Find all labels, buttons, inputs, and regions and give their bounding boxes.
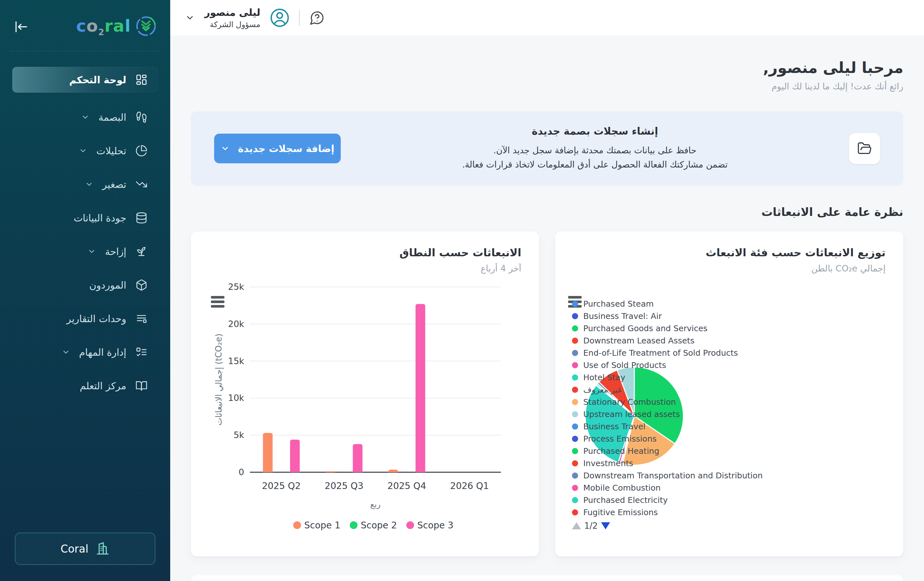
- legend-pagination: 1/2: [572, 521, 766, 531]
- legend-item[interactable]: Fugitive Emissions: [572, 506, 766, 518]
- sidebar-item-label: تصغير: [102, 179, 126, 190]
- legend-item[interactable]: Use of Sold Products: [572, 359, 766, 371]
- content-area: مرحبا ليلى منصور, رائع أنك عدت! إليك ما …: [170, 36, 924, 581]
- sidebar-item-task-management[interactable]: إدارة المهام: [12, 335, 158, 369]
- bar-chart-subtitle: آخر 4 أرباع: [209, 263, 521, 273]
- svg-text:2026 Q1: 2026 Q1: [450, 481, 489, 491]
- banner-line-1: حافظ على بيانات بصمتك محدثة بإضافة سجل ج…: [360, 143, 830, 158]
- legend-dot: [572, 448, 578, 454]
- sidebar-collapse-icon[interactable]: [13, 19, 28, 34]
- sprout-icon: [135, 245, 148, 258]
- legend-label: Business Travel: [583, 422, 645, 431]
- sidebar-item-suppliers[interactable]: الموردون: [12, 268, 158, 302]
- avatar[interactable]: [270, 8, 289, 28]
- svg-text:0: 0: [239, 467, 244, 477]
- legend-item[interactable]: غير معروف: [572, 383, 766, 396]
- legend-prev-icon[interactable]: [572, 522, 581, 529]
- sidebar-item-label: جودة البيانات: [74, 212, 126, 224]
- help-icon[interactable]: [309, 10, 325, 25]
- banner-texts: إنشاء سجلات بصمة جديدة حافظ على بيانات ب…: [341, 125, 849, 172]
- sidebar-item-label: وحدات التقارير: [66, 313, 126, 324]
- trend-down-icon: [135, 178, 148, 191]
- charts-row: توزيع الانبعاثات حسب فئة الانبعاث إجمالي…: [191, 231, 903, 556]
- legend-item[interactable]: Downstream Leased Assets: [572, 334, 766, 347]
- legend-dot: [572, 350, 578, 356]
- main-column: ليلى منصور مسؤول الشركة مرحبا ليلى منصور…: [170, 0, 924, 581]
- svg-text:2025 Q4: 2025 Q4: [388, 481, 426, 491]
- tasks-icon: [135, 346, 148, 358]
- topbar-right-cluster: ليلى منصور مسؤول الشركة: [185, 7, 325, 29]
- svg-text:Scope 1: Scope 1: [304, 520, 340, 531]
- legend-label: Stationary Combustion: [583, 397, 676, 407]
- legend-label: Purchased Steam: [583, 299, 654, 309]
- pie-chart-title: توزيع الانبعاثات حسب فئة الانبعاث: [573, 246, 886, 259]
- legend-item[interactable]: Purchased Goods and Services: [572, 322, 766, 334]
- report-icon: [135, 313, 148, 325]
- legend-label: Downstream Transportation and Distributi…: [583, 471, 763, 480]
- chart-context-menu-icon[interactable]: [211, 296, 224, 308]
- sidebar-item-learning-center[interactable]: مركز التعلم: [12, 369, 158, 403]
- legend-item[interactable]: Purchased Heating: [572, 445, 766, 457]
- legend-dot: [572, 337, 578, 344]
- sidebar-item-dashboard[interactable]: لوحة التحكم: [12, 67, 158, 93]
- add-records-button[interactable]: إضافة سجلات جديدة: [214, 133, 341, 163]
- legend-label: Downstream Leased Assets: [583, 336, 695, 346]
- topbar: ليلى منصور مسؤول الشركة: [170, 0, 924, 36]
- svg-text:إجمالي الانبعاثات (tCO₂e): إجمالي الانبعاثات (tCO₂e): [214, 333, 224, 425]
- sidebar-divider: [10, 51, 160, 51]
- pie-chart-subtitle: إجمالي CO₂e بالطن: [573, 263, 886, 273]
- legend-label: Purchased Heating: [583, 446, 659, 456]
- legend-label: Upstream leased assets: [583, 410, 680, 419]
- sidebar-item-analytics[interactable]: تحليلات: [12, 134, 158, 168]
- legend-label: Investments: [583, 459, 634, 468]
- app-root: co2ral لوحة التحكمالبصمةتحليلاتتصغيرجودة…: [0, 0, 924, 581]
- sidebar-nav: لوحة التحكمالبصمةتحليلاتتصغيرجودة البيان…: [0, 67, 170, 403]
- legend-item[interactable]: Hotel Stay: [572, 371, 766, 383]
- legend-label: Fugitive Emissions: [583, 508, 658, 517]
- organization-card[interactable]: Coral: [15, 533, 155, 565]
- legend-dot: [572, 436, 578, 442]
- legend-dot: [572, 411, 578, 417]
- user-name: ليلى منصور: [205, 7, 260, 18]
- book-icon: [135, 380, 148, 392]
- legend-item[interactable]: Downstream Transportation and Distributi…: [572, 469, 766, 482]
- legend-item[interactable]: Purchased Electricity: [572, 494, 766, 506]
- legend-item[interactable]: Purchased Steam: [572, 298, 766, 310]
- legend-dot: [572, 374, 578, 380]
- legend-item[interactable]: Business Travel: [572, 420, 766, 433]
- sidebar-item-data-quality[interactable]: جودة البيانات: [12, 201, 158, 235]
- legend-label: Use of Sold Products: [583, 360, 666, 370]
- bar-chart-card: الانبعاثات حسب النطاق آخر 4 أرباع 05k10k…: [191, 231, 539, 556]
- chevron-down-icon[interactable]: [185, 13, 195, 23]
- legend-dot: [572, 509, 578, 515]
- legend-item[interactable]: End-of-Life Treatment of Sold Products: [572, 347, 766, 359]
- banner-line-2: تضمن مشاركتك الفعالة الحصول على أدق المع…: [360, 158, 830, 172]
- user-menu[interactable]: ليلى منصور مسؤول الشركة: [205, 7, 260, 29]
- legend-dot: [572, 485, 578, 491]
- svg-text:ربع: ربع: [370, 500, 380, 509]
- chevron-down-icon: [62, 348, 70, 356]
- chevron-down-icon: [79, 146, 87, 155]
- legend-dot: [572, 460, 578, 466]
- bar-chart-area: 05k10k15k20k25kإجمالي الانبعاثات (tCO₂e)…: [209, 279, 521, 542]
- legend-item[interactable]: Mobile Combustion: [572, 482, 766, 494]
- page-title: مرحبا ليلى منصور,: [191, 59, 903, 76]
- legend-next-icon[interactable]: [601, 522, 610, 529]
- legend-item[interactable]: Stationary Combustion: [572, 396, 766, 408]
- sidebar-item-offset[interactable]: إزاحة: [12, 235, 158, 268]
- sidebar-item-reporting-units[interactable]: وحدات التقارير: [12, 302, 158, 335]
- page-subtitle: رائع أنك عدت! إليك ما لدينا لك اليوم: [191, 81, 903, 91]
- legend-item[interactable]: Process Emissions: [572, 433, 766, 445]
- legend-dot: [572, 362, 578, 368]
- sidebar-item-footprint[interactable]: البصمة: [12, 100, 158, 134]
- sidebar-item-label: تحليلات: [96, 145, 126, 156]
- sidebar-item-reduction[interactable]: تصغير: [12, 168, 158, 201]
- legend-dot: [572, 423, 578, 430]
- legend-item[interactable]: Investments: [572, 457, 766, 469]
- svg-text:20k: 20k: [228, 319, 244, 329]
- legend-label: Mobile Combustion: [583, 483, 661, 492]
- coral-logo: co2ral: [76, 15, 157, 38]
- legend-item[interactable]: Upstream leased assets: [572, 408, 766, 420]
- legend-item[interactable]: Business Travel: Air: [572, 310, 766, 322]
- chevron-down-icon: [221, 144, 229, 153]
